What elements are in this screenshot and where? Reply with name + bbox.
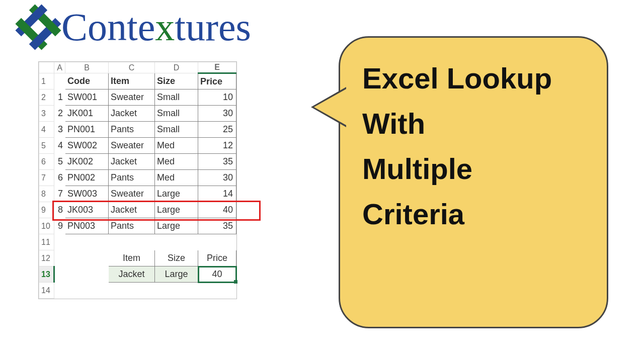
cell[interactable]: Pants xyxy=(109,122,155,138)
cell[interactable]: Sweater xyxy=(109,186,155,202)
row-head[interactable]: 5 xyxy=(39,138,54,154)
row-head[interactable]: 7 xyxy=(39,170,54,186)
cell[interactable]: 35 xyxy=(198,154,236,170)
cell[interactable]: SW003 xyxy=(65,186,109,202)
brand-name-post: tures xyxy=(175,5,251,49)
cell[interactable]: 14 xyxy=(198,186,236,202)
cell[interactable]: 5 xyxy=(54,154,65,170)
col-head-C[interactable]: C xyxy=(109,62,155,73)
row-head[interactable]: 3 xyxy=(39,106,54,122)
cell[interactable] xyxy=(65,283,109,299)
cell[interactable]: JK002 xyxy=(65,154,109,170)
cell[interactable]: JK001 xyxy=(65,106,109,122)
cell[interactable] xyxy=(109,283,155,299)
cell[interactable] xyxy=(198,283,236,299)
brand-header: Contextures xyxy=(15,4,251,50)
row-head[interactable]: 10 xyxy=(39,218,54,234)
cell[interactable]: 8 xyxy=(54,202,65,218)
col-head-D[interactable]: D xyxy=(155,62,198,73)
lookup-item[interactable]: Jacket xyxy=(109,266,155,283)
row-head[interactable]: 2 xyxy=(39,89,54,106)
cell[interactable]: Jacket xyxy=(109,202,155,218)
cell[interactable] xyxy=(54,283,65,299)
cell[interactable]: Small xyxy=(155,89,198,106)
cell[interactable]: Med xyxy=(155,138,198,154)
cell[interactable]: Pants xyxy=(109,170,155,186)
callout-bubble: Excel Lookup With Multiple Criteria xyxy=(339,36,608,328)
cell[interactable]: Jacket xyxy=(109,106,155,122)
lookup-th-price[interactable]: Price xyxy=(198,250,236,266)
row-head[interactable]: 11 xyxy=(39,234,54,250)
cell[interactable] xyxy=(155,283,198,299)
cell[interactable] xyxy=(155,234,198,250)
row-head[interactable]: 12 xyxy=(39,250,54,266)
cell[interactable]: 40 xyxy=(198,202,236,218)
th-size[interactable]: Size xyxy=(155,73,198,89)
cell[interactable]: 3 xyxy=(54,122,65,138)
sheet-row: 13 Jacket Large 40 xyxy=(39,266,236,283)
cell[interactable]: SW001 xyxy=(65,89,109,106)
cell[interactable]: Small xyxy=(155,106,198,122)
col-head-E[interactable]: E xyxy=(198,62,236,73)
cell[interactable]: PN003 xyxy=(65,218,109,234)
cell[interactable] xyxy=(65,234,109,250)
sheet-row: 14 xyxy=(39,283,236,299)
cell[interactable] xyxy=(198,234,236,250)
row-head[interactable]: 9 xyxy=(39,202,54,218)
th-item[interactable]: Item xyxy=(109,73,155,89)
sheet-row: 12 Item Size Price xyxy=(39,250,236,266)
cell[interactable]: Sweater xyxy=(109,138,155,154)
cell[interactable]: Med xyxy=(155,154,198,170)
cell[interactable]: Large xyxy=(155,186,198,202)
cell[interactable]: 7 xyxy=(54,186,65,202)
cell[interactable]: 35 xyxy=(198,218,236,234)
row-head[interactable]: 8 xyxy=(39,186,54,202)
select-all-corner[interactable] xyxy=(39,62,54,73)
cell[interactable]: Large xyxy=(155,202,198,218)
cell[interactable]: Med xyxy=(155,170,198,186)
lookup-th-size[interactable]: Size xyxy=(155,250,198,266)
row-head[interactable]: 14 xyxy=(39,283,54,299)
cell[interactable]: Small xyxy=(155,122,198,138)
cell[interactable]: 10 xyxy=(198,89,236,106)
sheet-row: 4 3 PN001 Pants Small 25 xyxy=(39,122,236,138)
cell[interactable] xyxy=(54,250,65,266)
lookup-size[interactable]: Large xyxy=(155,266,198,283)
cell[interactable] xyxy=(109,234,155,250)
cell[interactable]: 30 xyxy=(198,106,236,122)
cell[interactable]: JK003 xyxy=(65,202,109,218)
cell[interactable]: 2 xyxy=(54,106,65,122)
cell[interactable]: PN002 xyxy=(65,170,109,186)
cell[interactable]: 1 xyxy=(54,89,65,106)
col-head-B[interactable]: B xyxy=(65,62,109,73)
cell[interactable]: PN001 xyxy=(65,122,109,138)
cell[interactable]: Jacket xyxy=(109,154,155,170)
cell[interactable]: Large xyxy=(155,218,198,234)
cell[interactable] xyxy=(65,266,109,283)
cell[interactable]: 25 xyxy=(198,122,236,138)
th-code[interactable]: Code xyxy=(65,73,109,89)
callout-text: Excel Lookup With Multiple Criteria xyxy=(340,38,607,255)
column-header-row: A B C D E xyxy=(39,62,236,73)
row-head[interactable]: 4 xyxy=(39,122,54,138)
cell[interactable]: 12 xyxy=(198,138,236,154)
cell[interactable]: 4 xyxy=(54,138,65,154)
lookup-price-selected[interactable]: 40 xyxy=(198,266,236,283)
row-head[interactable]: 13 xyxy=(39,266,54,283)
cell[interactable] xyxy=(54,266,65,283)
th-price[interactable]: Price xyxy=(198,73,236,89)
cell[interactable]: 6 xyxy=(54,170,65,186)
cell[interactable]: Pants xyxy=(109,218,155,234)
cell[interactable]: Sweater xyxy=(109,89,155,106)
cell[interactable]: SW002 xyxy=(65,138,109,154)
cell[interactable]: 30 xyxy=(198,170,236,186)
cell[interactable] xyxy=(65,250,109,266)
lookup-th-item[interactable]: Item xyxy=(109,250,155,266)
cell[interactable] xyxy=(54,234,65,250)
row-head[interactable]: 1 xyxy=(39,73,54,89)
cell[interactable] xyxy=(54,73,65,89)
col-head-A[interactable]: A xyxy=(54,62,65,73)
sheet-row: 5 4 SW002 Sweater Med 12 xyxy=(39,138,236,154)
cell[interactable]: 9 xyxy=(54,218,65,234)
row-head[interactable]: 6 xyxy=(39,154,54,170)
